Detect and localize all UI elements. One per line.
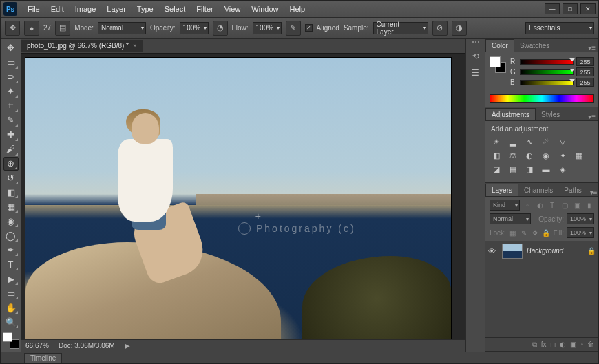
healing-brush-tool[interactable]: ✚: [3, 128, 19, 142]
channel-mixer-icon[interactable]: ✦: [557, 151, 568, 160]
swatches-tab[interactable]: Swatches: [514, 40, 555, 52]
layer-name[interactable]: Background: [527, 247, 583, 255]
zoom-level[interactable]: 66.67%: [25, 342, 49, 350]
layer-mask-icon[interactable]: ◻: [550, 341, 556, 348]
menu-window[interactable]: Window: [246, 3, 283, 15]
filter-shape-icon[interactable]: ▢: [560, 200, 569, 210]
filter-adjust-icon[interactable]: ◐: [535, 200, 545, 210]
shape-tool[interactable]: ▭: [3, 286, 19, 300]
color-balance-icon[interactable]: ⚖: [507, 151, 518, 160]
menu-filter[interactable]: Filter: [191, 3, 218, 15]
brush-tool[interactable]: 🖌: [3, 142, 19, 156]
tool-preset-icon[interactable]: ✥: [5, 21, 20, 36]
clone-stamp-tool[interactable]: ⊕: [3, 157, 19, 171]
quick-select-tool[interactable]: ✦: [3, 85, 19, 98]
menu-layer[interactable]: Layer: [102, 3, 131, 15]
b-slider[interactable]: [520, 80, 574, 85]
channels-tab[interactable]: Channels: [518, 184, 558, 196]
exposure-icon[interactable]: ☄: [540, 137, 551, 147]
lock-position-icon[interactable]: ✥: [531, 228, 539, 237]
g-value[interactable]: 255: [576, 67, 594, 76]
brush-preset-icon[interactable]: ●: [24, 21, 39, 36]
lasso-tool[interactable]: ⊃: [3, 70, 19, 84]
workspace-select[interactable]: Essentials: [525, 22, 594, 34]
lock-transparent-icon[interactable]: ▦: [509, 228, 517, 237]
canvas-viewport[interactable]: + Photography (c): [21, 54, 465, 339]
link-layers-icon[interactable]: ⧉: [532, 341, 537, 349]
gradient-map-icon[interactable]: ▬: [540, 164, 551, 174]
dodge-tool[interactable]: ◯: [3, 228, 19, 242]
r-slider[interactable]: [520, 59, 574, 65]
filter-type-icon[interactable]: T: [547, 200, 557, 210]
pen-tool[interactable]: ✒: [3, 243, 19, 257]
type-tool[interactable]: T: [3, 257, 19, 271]
menu-view[interactable]: View: [220, 3, 246, 15]
paths-tab[interactable]: Paths: [558, 184, 587, 196]
history-panel-icon[interactable]: ⟲: [469, 50, 483, 63]
pressure-size-icon[interactable]: ◑: [452, 21, 467, 36]
opacity-select[interactable]: 100%: [180, 22, 209, 34]
new-adjustment-icon[interactable]: ◐: [560, 341, 566, 348]
menu-edit[interactable]: Edit: [46, 3, 69, 15]
eraser-tool[interactable]: ◧: [3, 186, 19, 200]
blur-tool[interactable]: ◉: [3, 214, 19, 228]
ignore-adjustment-icon[interactable]: ⊘: [432, 21, 448, 36]
marquee-tool[interactable]: ▭: [3, 56, 19, 69]
aligned-checkbox[interactable]: ✓: [305, 24, 313, 32]
menu-select[interactable]: Select: [160, 3, 191, 15]
status-menu-icon[interactable]: ▶: [125, 342, 130, 350]
color-swatch[interactable]: [490, 56, 506, 73]
layer-opacity-select[interactable]: 100%: [567, 213, 594, 224]
airbrush-icon[interactable]: ✎: [286, 21, 301, 36]
menu-image[interactable]: Image: [70, 3, 101, 15]
dock-grip[interactable]: [470, 41, 482, 45]
hue-icon[interactable]: ◧: [491, 151, 502, 160]
layer-fill-select[interactable]: 100%: [567, 227, 594, 238]
threshold-icon[interactable]: ◨: [524, 164, 535, 174]
photo-filter-icon[interactable]: ◉: [540, 151, 551, 160]
filter-pixel-icon[interactable]: ▫: [523, 200, 532, 210]
layer-filter-kind[interactable]: Kind: [490, 200, 520, 211]
sample-select[interactable]: Current Layer: [373, 22, 428, 34]
move-tool[interactable]: ✥: [3, 41, 19, 55]
brush-panel-icon[interactable]: ▤: [55, 21, 70, 36]
layers-panel-menu-icon[interactable]: ▾≡: [587, 189, 599, 196]
visibility-icon[interactable]: 👁: [488, 247, 498, 255]
close-tab-icon[interactable]: ×: [133, 42, 137, 50]
eyedropper-tool[interactable]: ✎: [3, 114, 19, 127]
posterize-icon[interactable]: ▤: [507, 164, 518, 174]
foreground-background-colors[interactable]: [3, 332, 19, 349]
selective-color-icon[interactable]: ◈: [557, 164, 568, 174]
color-panel-menu-icon[interactable]: ▾≡: [585, 44, 598, 52]
pressure-opacity-icon[interactable]: ◔: [213, 21, 228, 36]
layer-thumbnail[interactable]: [502, 244, 523, 259]
lock-all-icon[interactable]: 🔒: [542, 228, 550, 237]
doc-size[interactable]: Doc: 3.06M/3.06M: [59, 342, 115, 350]
filter-smart-icon[interactable]: ▣: [572, 200, 582, 210]
filter-toggle-icon[interactable]: ▮: [585, 200, 594, 210]
color-spectrum[interactable]: [490, 94, 594, 103]
properties-panel-icon[interactable]: ☰: [469, 66, 483, 80]
b-value[interactable]: 255: [576, 78, 594, 87]
brightness-icon[interactable]: ☀: [491, 137, 502, 147]
layers-tab[interactable]: Layers: [485, 184, 518, 196]
gradient-tool[interactable]: ▦: [3, 200, 19, 213]
menu-type[interactable]: Type: [132, 3, 158, 15]
flow-select[interactable]: 100%: [253, 22, 282, 34]
close-button[interactable]: ✕: [580, 3, 596, 14]
delete-layer-icon[interactable]: 🗑: [587, 341, 594, 348]
layer-blend-select[interactable]: Normal: [490, 213, 531, 224]
document-tab[interactable]: photo_01.jpg @ 66.7% (RGB/8) * ×: [21, 40, 143, 52]
invert-icon[interactable]: ◪: [491, 164, 502, 174]
bw-icon[interactable]: ◐: [524, 151, 535, 160]
color-lookup-icon[interactable]: ▦: [574, 151, 585, 160]
timeline-grip-icon[interactable]: ⋮⋮: [5, 354, 19, 362]
zoom-tool[interactable]: 🔍: [3, 315, 19, 329]
adjustments-panel-menu-icon[interactable]: ▾≡: [585, 113, 598, 120]
r-value[interactable]: 255: [576, 57, 594, 66]
styles-tab[interactable]: Styles: [536, 109, 565, 120]
path-select-tool[interactable]: ▶: [3, 272, 19, 286]
new-group-icon[interactable]: ▣: [570, 341, 576, 348]
new-layer-icon[interactable]: ▫: [580, 341, 583, 348]
hand-tool[interactable]: ✋: [3, 301, 19, 314]
